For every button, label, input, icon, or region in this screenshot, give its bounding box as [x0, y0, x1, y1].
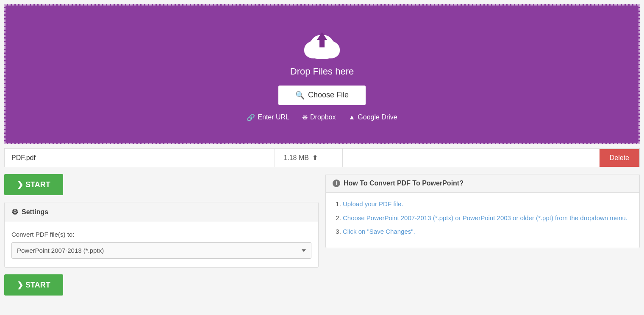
- delete-button[interactable]: Delete: [600, 149, 639, 167]
- howto-body: Upload your PDF file. Choose PowerPoint …: [326, 193, 639, 248]
- dropbox-link[interactable]: ❋ Dropbox: [302, 113, 336, 122]
- start-button-top[interactable]: ❯ START: [4, 174, 63, 195]
- link-icon: 🔗: [247, 113, 255, 122]
- drop-zone[interactable]: Drop Files here 🔍 Choose File 🔗 Enter UR…: [4, 4, 640, 144]
- file-size: 1.18 MB ⬆: [275, 149, 343, 167]
- howto-step-1: Upload your PDF file.: [343, 199, 631, 209]
- choose-file-label: Choose File: [308, 91, 349, 99]
- howto-steps-list: Upload your PDF file. Choose PowerPoint …: [334, 199, 631, 237]
- settings-box: ⚙ Settings Convert PDF file(s) to: Power…: [4, 202, 319, 268]
- howto-step-2: Choose PowerPoint 2007-2013 (*.pptx) or …: [343, 213, 631, 223]
- google-drive-icon: ▲: [348, 113, 355, 121]
- right-panel: i How To Convert PDF To PowerPoint? Uplo…: [325, 174, 640, 302]
- settings-header: ⚙ Settings: [5, 202, 318, 222]
- start-button-bottom[interactable]: ❯ START: [4, 274, 63, 296]
- gear-icon: ⚙: [11, 207, 18, 217]
- format-select[interactable]: PowerPoint 2007-2013 (*.pptx) PowerPoint…: [11, 242, 311, 259]
- convert-label: Convert PDF file(s) to:: [11, 231, 311, 238]
- left-panel: ❯ START ⚙ Settings Convert PDF file(s) t…: [4, 174, 319, 302]
- search-icon: 🔍: [295, 91, 305, 100]
- dropbox-icon: ❋: [302, 113, 308, 122]
- choose-file-button[interactable]: 🔍 Choose File: [278, 86, 366, 105]
- file-row: PDF.pdf 1.18 MB ⬆ Delete: [4, 148, 640, 167]
- settings-body: Convert PDF file(s) to: PowerPoint 2007-…: [5, 222, 318, 267]
- info-icon: i: [333, 180, 340, 187]
- drop-files-text: Drop Files here: [290, 66, 354, 77]
- cloud-upload-icon: [301, 27, 343, 61]
- main-content: ❯ START ⚙ Settings Convert PDF file(s) t…: [0, 167, 644, 309]
- source-links: 🔗 Enter URL ❋ Dropbox ▲ Google Drive: [247, 113, 397, 122]
- file-name: PDF.pdf: [5, 149, 275, 167]
- upload-icon: ⬆: [312, 154, 318, 162]
- google-drive-link[interactable]: ▲ Google Drive: [348, 113, 397, 122]
- howto-box: i How To Convert PDF To PowerPoint? Uplo…: [325, 174, 640, 248]
- howto-step-3: Click on "Save Changes".: [343, 227, 631, 237]
- enter-url-link[interactable]: 🔗 Enter URL: [247, 113, 289, 122]
- howto-header: i How To Convert PDF To PowerPoint?: [326, 174, 639, 193]
